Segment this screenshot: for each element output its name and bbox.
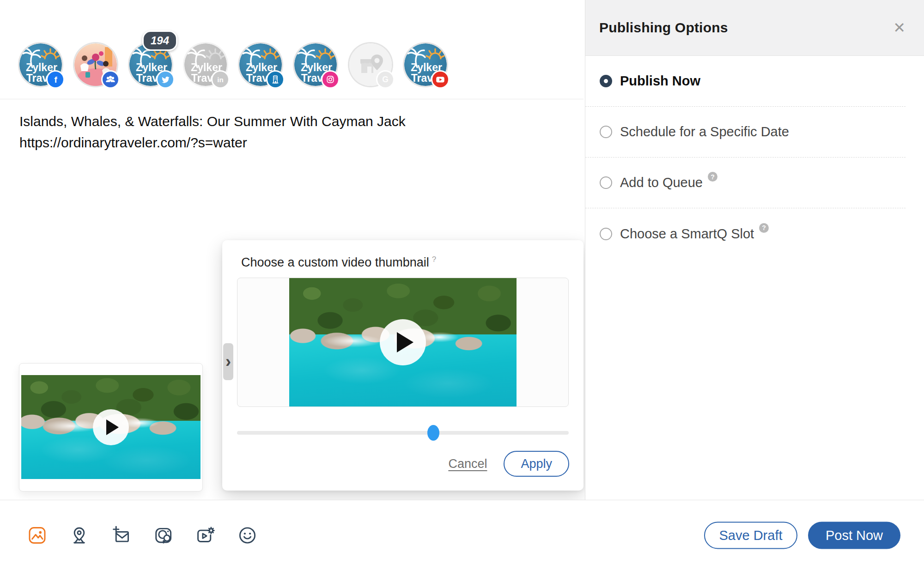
panel-title: Publishing Options — [599, 20, 728, 36]
footer-actions: Save Draft Post Now — [704, 521, 900, 549]
account-facebook-page[interactable]: Zylker Travel f — [19, 43, 62, 86]
svg-text:G: G — [382, 75, 389, 84]
svg-text:f: f — [54, 75, 57, 85]
instagram-icon — [321, 70, 340, 89]
video-attachment-card[interactable] — [19, 363, 203, 491]
notification-count-badge: 194 — [142, 30, 177, 51]
post-title: Islands, Whales, & Waterfalls: Our Summe… — [19, 111, 406, 132]
video-settings-icon[interactable] — [195, 525, 216, 546]
youtube-icon — [431, 70, 450, 89]
help-icon[interactable]: ? — [432, 255, 436, 264]
help-icon[interactable]: ? — [708, 172, 717, 182]
linkedin-icon: in — [211, 70, 230, 89]
company-page-icon — [266, 70, 285, 89]
composer-footer: Save Draft Post Now — [0, 500, 924, 570]
radio-icon[interactable] — [600, 126, 612, 138]
account-instagram[interactable]: Zylker Travel — [294, 43, 337, 86]
account-avatar-list: Zylker Travel f — [19, 43, 447, 86]
svg-text:in: in — [217, 76, 223, 84]
option-publish-now[interactable]: Publish Now — [585, 56, 906, 107]
slider-thumb[interactable] — [427, 425, 439, 441]
post-now-button[interactable]: Post Now — [808, 521, 900, 549]
cancel-link[interactable]: Cancel — [448, 457, 487, 471]
emoji-icon[interactable] — [237, 525, 258, 546]
panel-header: Publishing Options ✕ — [585, 0, 924, 56]
radio-icon[interactable] — [600, 228, 612, 240]
save-draft-button[interactable]: Save Draft — [704, 521, 797, 549]
chevron-right-icon: › — [225, 353, 231, 370]
option-smartq-slot[interactable]: Choose a SmartQ Slot ? — [585, 208, 906, 259]
frame-scrub-slider[interactable] — [237, 431, 569, 435]
modal-actions: Cancel Apply — [448, 451, 569, 477]
location-icon[interactable] — [69, 525, 90, 546]
publishing-options-panel: Publishing Options ✕ Publish Now Schedul… — [585, 0, 924, 500]
compose-window: Zylker Travel f — [0, 0, 924, 570]
facebook-group-icon — [101, 70, 120, 89]
video-thumbnail — [21, 375, 201, 479]
radio-selected-icon[interactable] — [600, 75, 612, 87]
twitter-icon — [156, 70, 175, 89]
account-youtube[interactable]: Zylker Travel — [404, 43, 447, 86]
attachment-toolbar — [27, 525, 258, 546]
account-twitter[interactable]: Zylker Travel 194 — [129, 43, 172, 86]
video-frame-preview — [289, 278, 517, 406]
media-search-icon[interactable] — [153, 525, 174, 546]
radio-icon[interactable] — [600, 176, 612, 189]
account-linkedin-page[interactable]: Zylker Travel — [239, 43, 282, 86]
account-facebook-group[interactable] — [74, 43, 117, 86]
option-schedule-date[interactable]: Schedule for a Specific Date — [585, 107, 906, 158]
custom-thumbnail-modal: › Choose a custom video thumbnail? Cance… — [222, 240, 584, 491]
account-linkedin-profile[interactable]: Zylker Travel in — [184, 43, 227, 86]
facebook-icon: f — [46, 70, 65, 89]
collapse-handle[interactable]: › — [223, 343, 233, 380]
close-icon[interactable]: ✕ — [893, 20, 906, 35]
post-content[interactable]: Islands, Whales, & Waterfalls: Our Summe… — [19, 111, 406, 153]
connected-accounts-bar: Zylker Travel f — [0, 0, 584, 99]
account-google-my-business[interactable]: G — [349, 43, 392, 86]
post-link: https://ordinarytraveler.com/?s=water — [19, 132, 406, 153]
thumbnail-preview-box — [237, 278, 569, 407]
option-add-to-queue[interactable]: Add to Queue ? — [585, 158, 906, 208]
modal-title: Choose a custom video thumbnail? — [241, 255, 436, 270]
google-icon: G — [376, 70, 395, 89]
email-add-icon[interactable] — [111, 525, 132, 546]
apply-button[interactable]: Apply — [504, 451, 569, 477]
image-icon[interactable] — [27, 525, 48, 546]
play-icon[interactable] — [93, 409, 129, 445]
play-icon[interactable] — [380, 319, 426, 365]
help-icon[interactable]: ? — [759, 223, 769, 233]
